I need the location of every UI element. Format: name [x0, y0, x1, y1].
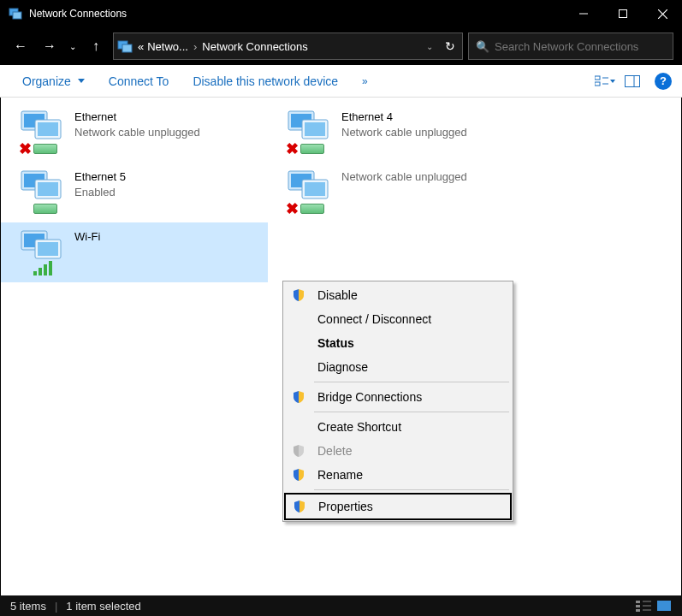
large-icons-view-icon[interactable]	[656, 600, 672, 612]
nic-card-icon	[300, 204, 324, 214]
minimize-button[interactable]	[564, 0, 603, 27]
location-icon	[117, 38, 133, 54]
context-menu-label: Connect / Disconnect	[317, 312, 431, 326]
context-menu-label: Rename	[317, 468, 363, 482]
app-icon	[9, 7, 22, 21]
refresh-button[interactable]: ↻	[445, 39, 455, 53]
context-menu-label: Status	[317, 336, 354, 350]
selection-count: 1 item selected	[66, 600, 140, 613]
history-dropdown[interactable]: ⌄	[67, 34, 79, 58]
breadcrumb-seg-1[interactable]: Netwo...	[145, 40, 190, 53]
svg-rect-40	[657, 601, 671, 611]
close-button[interactable]	[643, 0, 682, 27]
context-menu-item[interactable]: Disable	[285, 283, 511, 307]
context-menu-separator	[314, 489, 509, 490]
svg-rect-17	[38, 122, 58, 136]
connection-text: EthernetNetwork cable unplugged	[74, 108, 200, 140]
command-bar: Organize Connect To Disable this network…	[0, 65, 682, 98]
shield-icon	[293, 500, 306, 513]
connection-item[interactable]: Ethernet 5Enabled	[1, 163, 268, 222]
context-menu-label: Disable	[317, 288, 358, 302]
connection-icon: ✖	[18, 108, 66, 156]
svg-rect-12	[626, 75, 640, 86]
search-icon: 🔍	[476, 40, 489, 53]
svg-rect-29	[305, 182, 325, 196]
connection-icon: ✖	[285, 168, 333, 216]
svg-rect-34	[636, 601, 640, 603]
address-dropdown-icon[interactable]: ⌄	[426, 42, 433, 51]
shield-icon	[292, 288, 305, 302]
nic-card-icon	[33, 204, 57, 214]
connection-status: Enabled	[74, 185, 126, 200]
svg-rect-9	[595, 82, 600, 86]
breadcrumb-separator: ›	[190, 40, 200, 53]
connection-item[interactable]: Wi-Fi	[1, 222, 268, 282]
disable-device-button[interactable]: Disable this network device	[181, 74, 350, 88]
organize-label: Organize	[22, 74, 71, 88]
disable-label: Disable this network device	[193, 74, 338, 88]
connection-status: Network cable unplugged	[74, 125, 200, 140]
wifi-signal-icon	[33, 261, 52, 275]
svg-rect-7	[122, 44, 132, 52]
context-menu-label: Properties	[318, 500, 373, 513]
connection-name: Ethernet 4	[341, 110, 467, 125]
context-menu-item[interactable]: Diagnose	[285, 355, 511, 379]
breadcrumb-seg-2[interactable]: Network Connections	[200, 40, 310, 53]
maximize-button[interactable]	[603, 0, 643, 27]
preview-pane-button[interactable]	[620, 71, 644, 92]
context-menu-separator	[314, 412, 509, 412]
svg-rect-8	[595, 76, 600, 80]
connection-status: Network cable unplugged	[341, 125, 467, 140]
details-view-icon[interactable]	[636, 600, 651, 612]
overflow-button[interactable]: »	[362, 75, 368, 87]
organize-menu[interactable]: Organize	[10, 74, 97, 88]
connection-icon: ✖	[285, 108, 333, 156]
svg-rect-33	[38, 242, 58, 256]
connection-name: Ethernet	[74, 110, 200, 125]
connection-list: ✖EthernetNetwork cable unplugged✖Etherne…	[1, 98, 681, 282]
svg-rect-21	[305, 122, 325, 136]
svg-rect-25	[38, 182, 58, 196]
context-menu-item[interactable]: Connect / Disconnect	[285, 307, 511, 331]
connect-to-button[interactable]: Connect To	[97, 74, 181, 88]
context-menu-item[interactable]: Status	[285, 331, 511, 355]
connect-label: Connect To	[109, 74, 169, 88]
shield-icon	[292, 444, 305, 458]
context-menu-label: Bridge Connections	[317, 390, 422, 404]
up-button[interactable]: ↑	[84, 34, 108, 58]
help-button[interactable]: ?	[655, 73, 672, 90]
connection-name: Ethernet 5	[74, 169, 126, 185]
unplugged-icon: ✖	[283, 140, 300, 157]
title-bar: Network Connections	[0, 0, 682, 27]
window-controls	[564, 0, 682, 27]
connection-item[interactable]: ✖Network cable unplugged	[268, 163, 535, 222]
statusbar-separator: |	[55, 600, 57, 613]
unplugged-icon: ✖	[283, 200, 300, 217]
connection-text: Network cable unplugged	[341, 168, 467, 185]
item-count: 5 items	[10, 600, 46, 613]
connection-icon	[18, 168, 66, 216]
context-menu-item[interactable]: Create Shortcut	[285, 415, 511, 439]
search-input[interactable]	[495, 40, 666, 53]
svg-rect-36	[636, 609, 640, 612]
view-options-button[interactable]	[593, 71, 617, 92]
search-box[interactable]: 🔍	[468, 33, 673, 60]
nic-card-icon	[33, 144, 57, 154]
svg-rect-3	[620, 10, 627, 18]
forward-button[interactable]: →	[38, 34, 62, 58]
unplugged-icon: ✖	[16, 140, 33, 157]
context-menu-label: Delete	[317, 444, 352, 458]
connection-text: Ethernet 4Network cable unplugged	[341, 108, 467, 140]
address-bar[interactable]: « Netwo... › Network Connections ⌄ ↻	[113, 33, 463, 60]
svg-rect-35	[636, 605, 640, 607]
context-menu-item[interactable]: Properties	[284, 493, 512, 520]
back-button[interactable]: ←	[9, 34, 33, 58]
window-title: Network Connections	[29, 8, 564, 20]
context-menu-item[interactable]: Rename	[285, 463, 511, 487]
context-menu-item[interactable]: Bridge Connections	[285, 385, 511, 409]
connection-item[interactable]: ✖EthernetNetwork cable unplugged	[1, 103, 268, 163]
context-menu-label: Create Shortcut	[317, 420, 401, 434]
context-menu-separator	[314, 382, 509, 382]
nic-card-icon	[300, 144, 324, 154]
connection-item[interactable]: ✖Ethernet 4Network cable unplugged	[268, 103, 535, 163]
